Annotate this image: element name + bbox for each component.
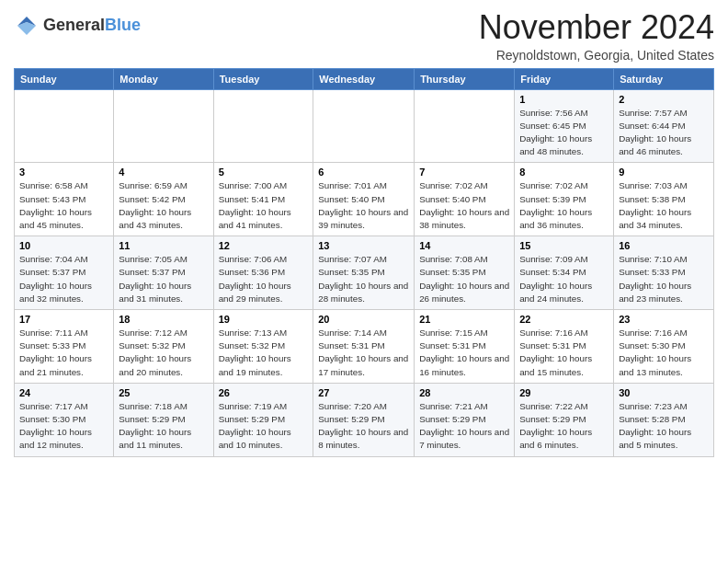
empty-cell	[114, 89, 213, 163]
calendar-day-10: 10Sunrise: 7:04 AM Sunset: 5:37 PM Dayli…	[15, 236, 114, 310]
day-number: 20	[318, 314, 409, 325]
weekday-header-wednesday: Wednesday	[313, 68, 415, 89]
day-number: 26	[219, 387, 309, 398]
calendar-day-26: 26Sunrise: 7:19 AM Sunset: 5:29 PM Dayli…	[213, 383, 313, 456]
day-number: 21	[419, 314, 509, 325]
calendar-day-2: 2Sunrise: 7:57 AM Sunset: 6:44 PM Daylig…	[614, 89, 714, 163]
calendar-day-13: 13Sunrise: 7:07 AM Sunset: 5:35 PM Dayli…	[313, 236, 415, 310]
day-info: Sunrise: 7:18 AM Sunset: 5:29 PM Dayligh…	[119, 400, 208, 453]
day-info: Sunrise: 6:58 AM Sunset: 5:43 PM Dayligh…	[19, 179, 108, 232]
calendar-day-4: 4Sunrise: 6:59 AM Sunset: 5:42 PM Daylig…	[114, 163, 213, 236]
weekday-header-thursday: Thursday	[415, 68, 515, 89]
day-number: 12	[219, 240, 309, 251]
calendar-day-23: 23Sunrise: 7:16 AM Sunset: 5:30 PM Dayli…	[614, 310, 714, 384]
day-number: 1	[519, 94, 609, 105]
weekday-header-saturday: Saturday	[614, 68, 714, 89]
day-info: Sunrise: 7:14 AM Sunset: 5:31 PM Dayligh…	[318, 327, 409, 379]
logo-icon	[14, 13, 40, 39]
day-info: Sunrise: 7:05 AM Sunset: 5:37 PM Dayligh…	[119, 253, 208, 305]
day-number: 9	[619, 167, 709, 178]
weekday-header-sunday: Sunday	[15, 68, 114, 89]
calendar-week-row: 3Sunrise: 6:58 AM Sunset: 5:43 PM Daylig…	[15, 163, 714, 236]
day-number: 10	[19, 240, 108, 251]
day-number: 17	[19, 314, 108, 325]
day-info: Sunrise: 7:23 AM Sunset: 5:28 PM Dayligh…	[619, 400, 709, 453]
day-info: Sunrise: 7:10 AM Sunset: 5:33 PM Dayligh…	[619, 253, 709, 305]
day-info: Sunrise: 7:21 AM Sunset: 5:29 PM Dayligh…	[419, 400, 509, 453]
calendar-day-14: 14Sunrise: 7:08 AM Sunset: 5:35 PM Dayli…	[415, 236, 515, 310]
calendar-day-20: 20Sunrise: 7:14 AM Sunset: 5:31 PM Dayli…	[313, 310, 415, 384]
weekday-header-row: SundayMondayTuesdayWednesdayThursdayFrid…	[15, 68, 714, 89]
calendar-day-12: 12Sunrise: 7:06 AM Sunset: 5:36 PM Dayli…	[213, 236, 313, 310]
day-number: 3	[19, 167, 108, 178]
day-info: Sunrise: 7:22 AM Sunset: 5:29 PM Dayligh…	[519, 400, 609, 453]
calendar-day-9: 9Sunrise: 7:03 AM Sunset: 5:38 PM Daylig…	[614, 163, 714, 236]
calendar-day-29: 29Sunrise: 7:22 AM Sunset: 5:29 PM Dayli…	[515, 383, 614, 456]
location: Reynoldstown, Georgia, United States	[479, 48, 714, 63]
logo-blue: Blue	[105, 16, 141, 34]
header: GeneralBlue November 2024 Reynoldstown, …	[14, 9, 714, 63]
calendar-day-8: 8Sunrise: 7:02 AM Sunset: 5:39 PM Daylig…	[515, 163, 614, 236]
calendar-table: SundayMondayTuesdayWednesdayThursdayFrid…	[14, 68, 714, 457]
calendar-week-row: 24Sunrise: 7:17 AM Sunset: 5:30 PM Dayli…	[15, 383, 714, 456]
day-info: Sunrise: 7:12 AM Sunset: 5:32 PM Dayligh…	[119, 327, 208, 379]
day-number: 29	[519, 387, 609, 398]
calendar-day-15: 15Sunrise: 7:09 AM Sunset: 5:34 PM Dayli…	[515, 236, 614, 310]
day-number: 19	[219, 314, 309, 325]
calendar-day-16: 16Sunrise: 7:10 AM Sunset: 5:33 PM Dayli…	[614, 236, 714, 310]
calendar-day-6: 6Sunrise: 7:01 AM Sunset: 5:40 PM Daylig…	[313, 163, 415, 236]
day-info: Sunrise: 7:02 AM Sunset: 5:40 PM Dayligh…	[419, 179, 509, 232]
day-info: Sunrise: 7:56 AM Sunset: 6:45 PM Dayligh…	[519, 107, 609, 159]
day-number: 16	[619, 240, 709, 251]
calendar-day-25: 25Sunrise: 7:18 AM Sunset: 5:29 PM Dayli…	[114, 383, 213, 456]
calendar-day-19: 19Sunrise: 7:13 AM Sunset: 5:32 PM Dayli…	[213, 310, 313, 384]
day-number: 4	[119, 167, 208, 178]
day-number: 15	[519, 240, 609, 251]
day-number: 13	[318, 240, 409, 251]
weekday-header-tuesday: Tuesday	[213, 68, 313, 89]
calendar-day-5: 5Sunrise: 7:00 AM Sunset: 5:41 PM Daylig…	[213, 163, 313, 236]
day-info: Sunrise: 7:07 AM Sunset: 5:35 PM Dayligh…	[318, 253, 409, 305]
day-info: Sunrise: 7:17 AM Sunset: 5:30 PM Dayligh…	[19, 400, 108, 453]
calendar-day-17: 17Sunrise: 7:11 AM Sunset: 5:33 PM Dayli…	[15, 310, 114, 384]
day-info: Sunrise: 7:06 AM Sunset: 5:36 PM Dayligh…	[219, 253, 309, 305]
calendar-day-18: 18Sunrise: 7:12 AM Sunset: 5:32 PM Dayli…	[114, 310, 213, 384]
day-number: 28	[419, 387, 509, 398]
day-number: 11	[119, 240, 208, 251]
day-info: Sunrise: 7:13 AM Sunset: 5:32 PM Dayligh…	[219, 327, 309, 379]
day-info: Sunrise: 7:16 AM Sunset: 5:31 PM Dayligh…	[519, 327, 609, 379]
day-number: 6	[318, 167, 409, 178]
empty-cell	[415, 89, 515, 163]
calendar-day-7: 7Sunrise: 7:02 AM Sunset: 5:40 PM Daylig…	[415, 163, 515, 236]
day-info: Sunrise: 7:09 AM Sunset: 5:34 PM Dayligh…	[519, 253, 609, 305]
title-block: November 2024 Reynoldstown, Georgia, Uni…	[479, 9, 714, 63]
calendar-day-1: 1Sunrise: 7:56 AM Sunset: 6:45 PM Daylig…	[515, 89, 614, 163]
calendar-day-27: 27Sunrise: 7:20 AM Sunset: 5:29 PM Dayli…	[313, 383, 415, 456]
day-number: 30	[619, 387, 709, 398]
calendar-day-11: 11Sunrise: 7:05 AM Sunset: 5:37 PM Dayli…	[114, 236, 213, 310]
day-number: 23	[619, 314, 709, 325]
day-number: 22	[519, 314, 609, 325]
calendar-week-row: 17Sunrise: 7:11 AM Sunset: 5:33 PM Dayli…	[15, 310, 714, 384]
day-number: 7	[419, 167, 509, 178]
weekday-header-friday: Friday	[515, 68, 614, 89]
weekday-header-monday: Monday	[114, 68, 213, 89]
day-info: Sunrise: 7:04 AM Sunset: 5:37 PM Dayligh…	[19, 253, 108, 305]
empty-cell	[213, 89, 313, 163]
day-info: Sunrise: 6:59 AM Sunset: 5:42 PM Dayligh…	[119, 179, 208, 232]
day-info: Sunrise: 7:11 AM Sunset: 5:33 PM Dayligh…	[19, 327, 108, 379]
day-info: Sunrise: 7:57 AM Sunset: 6:44 PM Dayligh…	[619, 107, 709, 159]
day-number: 2	[619, 94, 709, 105]
calendar-week-row: 10Sunrise: 7:04 AM Sunset: 5:37 PM Dayli…	[15, 236, 714, 310]
day-info: Sunrise: 7:16 AM Sunset: 5:30 PM Dayligh…	[619, 327, 709, 379]
day-number: 8	[519, 167, 609, 178]
logo: GeneralBlue	[14, 9, 141, 39]
day-number: 18	[119, 314, 208, 325]
day-info: Sunrise: 7:08 AM Sunset: 5:35 PM Dayligh…	[419, 253, 509, 305]
month-title: November 2024	[479, 9, 714, 46]
empty-cell	[15, 89, 114, 163]
day-number: 5	[219, 167, 309, 178]
logo-text: GeneralBlue	[43, 17, 141, 35]
calendar-day-24: 24Sunrise: 7:17 AM Sunset: 5:30 PM Dayli…	[15, 383, 114, 456]
day-info: Sunrise: 7:03 AM Sunset: 5:38 PM Dayligh…	[619, 179, 709, 232]
